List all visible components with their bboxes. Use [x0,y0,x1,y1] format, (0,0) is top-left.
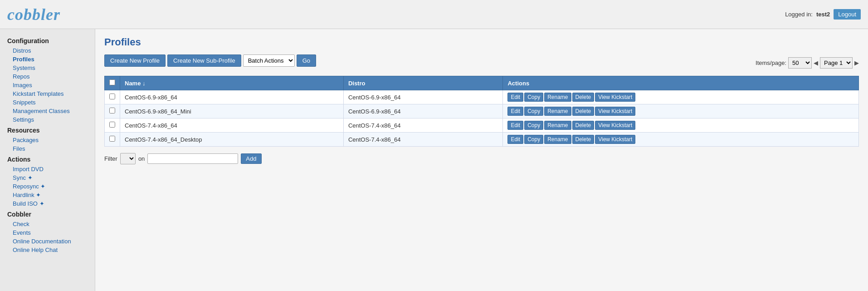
edit-button[interactable]: Edit [507,135,523,144]
sidebar-item-import-dvd[interactable]: Import DVD [0,165,95,173]
header: cobbler Logged in: test2 Logout [0,0,868,29]
sidebar-section-configuration: Configuration [0,35,95,46]
sidebar-section-resources: Resources [0,124,95,136]
toolbar: Create New Profile Create New Sub-Profil… [104,54,316,67]
copy-button[interactable]: Copy [524,93,543,102]
go-button[interactable]: Go [297,54,316,67]
table-row: CentOS-6.9-x86_64_MiniCentOS-6.9-x86_64E… [105,104,859,118]
header-name: Name ↓ [120,76,344,90]
filter-input[interactable] [147,153,238,164]
logo-area: cobbler [7,5,60,24]
row-name: CentOS-6.9-x86_64_Mini [120,104,344,118]
main-content: Profiles Create New Profile Create New S… [95,29,868,291]
sidebar-item-hardlink[interactable]: Hardlink ✦ [0,191,95,199]
row-actions: EditCopyRenameDeleteView Kickstart [503,133,859,147]
copy-button[interactable]: Copy [524,135,543,144]
sidebar-item-settings[interactable]: Settings [0,115,95,124]
row-distro: CentOS-7.4-x86_64 [343,133,503,147]
header-actions: Actions [503,76,859,90]
sidebar-item-snippets[interactable]: Snippets [0,98,95,107]
rename-button[interactable]: Rename [544,121,571,130]
row-checkbox-cell [105,133,120,147]
view-kickstart-button[interactable]: View Kickstart [595,107,635,116]
view-kickstart-button[interactable]: View Kickstart [595,93,635,102]
row-checkbox-cell [105,104,120,118]
row-checkbox[interactable] [109,94,115,99]
row-distro: CentOS-7.4-x86_64 [343,118,503,133]
filter-row: Filter on Add [104,153,859,164]
items-per-page-area: Items/page: 10 20 50 100 All ◀ Page 1 ▶ [756,57,859,69]
sidebar-item-sync[interactable]: Sync ✦ [0,173,95,182]
sidebar-item-distros[interactable]: Distros [0,46,95,55]
rename-button[interactable]: Rename [544,107,571,116]
table-header-row: Name ↓ Distro Actions [105,76,859,90]
sidebar-item-management-classes[interactable]: Management Classes [0,107,95,115]
sidebar-section-actions: Actions [0,153,95,165]
sidebar-item-packages[interactable]: Packages [0,136,95,144]
sidebar-item-reposync[interactable]: Reposync ✦ [0,182,95,191]
row-checkbox[interactable] [109,136,115,142]
create-new-profile-button[interactable]: Create New Profile [104,54,166,67]
table-row: CentOS-6.9-x86_64CentOS-6.9-x86_64EditCo… [105,90,859,104]
row-actions: EditCopyRenameDeleteView Kickstart [503,90,859,104]
select-all-checkbox[interactable] [109,79,115,85]
edit-button[interactable]: Edit [507,121,523,130]
sidebar-section-cobbler: Cobbler [0,208,95,220]
sidebar: Configuration Distros Profiles Systems R… [0,29,95,291]
page-title: Profiles [104,36,859,48]
sidebar-item-images[interactable]: Images [0,81,95,89]
delete-button[interactable]: Delete [572,135,595,144]
next-page-arrow[interactable]: ▶ [854,59,859,66]
row-checkbox[interactable] [109,122,115,128]
username: test2 [816,11,830,18]
filter-on-label: on [138,155,145,162]
table-row: CentOS-7.4-x86_64_DesktopCentOS-7.4-x86_… [105,133,859,147]
sidebar-item-events[interactable]: Events [0,228,95,237]
sidebar-item-kickstart-templates[interactable]: Kickstart Templates [0,89,95,98]
profiles-table: Name ↓ Distro Actions CentOS-6.9-x86_64C… [104,76,859,147]
page-select[interactable]: Page 1 [820,57,853,69]
edit-button[interactable]: Edit [507,107,523,116]
row-name: CentOS-6.9-x86_64 [120,90,344,104]
header-distro: Distro [343,76,503,90]
sidebar-item-online-help-chat[interactable]: Online Help Chat [0,246,95,254]
copy-button[interactable]: Copy [524,107,543,116]
view-kickstart-button[interactable]: View Kickstart [595,135,635,144]
sidebar-item-repos[interactable]: Repos [0,72,95,81]
delete-button[interactable]: Delete [572,93,595,102]
sidebar-item-systems[interactable]: Systems [0,64,95,72]
filter-add-button[interactable]: Add [241,153,261,164]
row-checkbox[interactable] [109,108,115,113]
row-checkbox-cell [105,90,120,104]
row-distro: CentOS-6.9-x86_64 [343,90,503,104]
delete-button[interactable]: Delete [572,121,595,130]
sidebar-item-online-docs[interactable]: Online Documentation [0,237,95,246]
batch-actions-select[interactable]: Batch Actions [243,54,295,67]
logged-in-text: Logged in: [785,11,813,18]
copy-button[interactable]: Copy [524,121,543,130]
row-name: CentOS-7.4-x86_64_Desktop [120,133,344,147]
sidebar-item-files[interactable]: Files [0,144,95,153]
edit-button[interactable]: Edit [507,93,523,102]
filter-select[interactable] [120,153,136,164]
filter-label: Filter [104,155,117,162]
sidebar-item-check[interactable]: Check [0,220,95,228]
rename-button[interactable]: Rename [544,93,571,102]
items-per-page-label: Items/page: [756,59,786,66]
row-actions: EditCopyRenameDeleteView Kickstart [503,118,859,133]
rename-button[interactable]: Rename [544,135,571,144]
items-per-page-select[interactable]: 10 20 50 100 All [788,57,812,69]
sidebar-item-profiles[interactable]: Profiles [0,55,95,64]
layout: Configuration Distros Profiles Systems R… [0,29,868,291]
create-new-sub-profile-button[interactable]: Create New Sub-Profile [167,54,241,67]
prev-page-arrow[interactable]: ◀ [814,59,818,66]
row-name: CentOS-7.4-x86_64 [120,118,344,133]
logout-button[interactable]: Logout [834,9,861,20]
row-checkbox-cell [105,118,120,133]
user-area: Logged in: test2 Logout [785,9,861,20]
view-kickstart-button[interactable]: View Kickstart [595,121,635,130]
sidebar-item-build-iso[interactable]: Build ISO ✦ [0,199,95,208]
delete-button[interactable]: Delete [572,107,595,116]
logo: cobbler [7,5,60,24]
row-distro: CentOS-6.9-x86_64 [343,104,503,118]
